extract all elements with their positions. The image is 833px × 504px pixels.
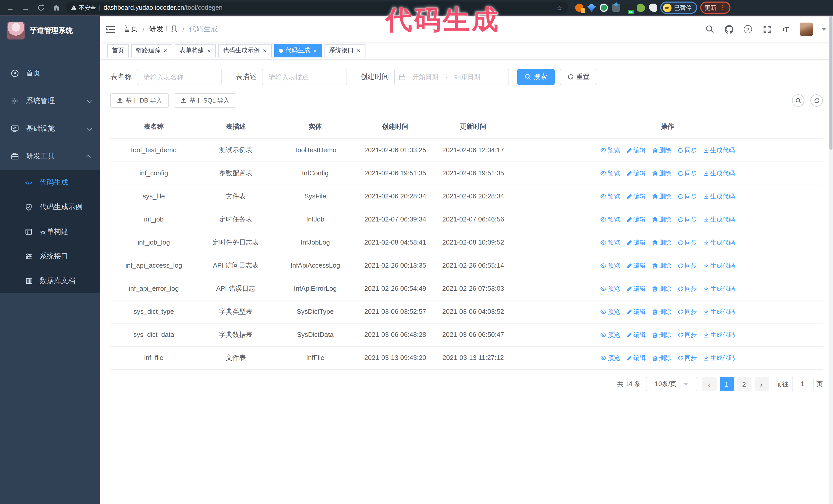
tab-close-icon[interactable]: ×: [207, 47, 211, 54]
sync-link[interactable]: 同步: [677, 237, 697, 248]
tab[interactable]: 表单构建 ×: [175, 44, 216, 57]
sync-link[interactable]: 同步: [677, 329, 697, 340]
breadcrumb-devtools[interactable]: 研发工具: [149, 25, 178, 34]
tab-close-icon[interactable]: ×: [313, 47, 317, 54]
extension-icon[interactable]: [600, 4, 608, 12]
scrollbar-thumb[interactable]: [829, 17, 832, 150]
page-button-2[interactable]: 2: [737, 377, 751, 391]
edit-link[interactable]: 编辑: [626, 191, 646, 202]
preview-link[interactable]: 预览: [600, 191, 620, 202]
tab[interactable]: 系统接口 ×: [325, 44, 365, 57]
delete-link[interactable]: 删除: [652, 306, 671, 317]
security-warning[interactable]: 不安全: [71, 4, 96, 11]
preview-link[interactable]: 预览: [600, 260, 620, 271]
generate-code-link[interactable]: 生成代码: [703, 214, 735, 225]
preview-link[interactable]: 预览: [600, 306, 620, 317]
sync-link[interactable]: 同步: [677, 260, 697, 271]
start-date-input[interactable]: [407, 73, 444, 80]
sync-link[interactable]: 同步: [677, 191, 697, 202]
fullscreen-icon[interactable]: [762, 24, 772, 34]
preview-link[interactable]: 预览: [600, 283, 620, 294]
edit-link[interactable]: 编辑: [626, 260, 646, 271]
edit-link[interactable]: 编辑: [626, 306, 646, 317]
prev-page-button[interactable]: ‹: [702, 377, 716, 391]
delete-link[interactable]: 删除: [652, 260, 671, 271]
edit-link[interactable]: 编辑: [626, 237, 646, 248]
generate-code-link[interactable]: 生成代码: [703, 145, 735, 156]
edit-link[interactable]: 编辑: [626, 283, 646, 294]
preview-link[interactable]: 预览: [600, 352, 620, 363]
search-button[interactable]: 搜索: [517, 69, 555, 85]
browser-update-button[interactable]: 更新 ⋮: [700, 2, 730, 14]
tab-close-icon[interactable]: ×: [163, 47, 168, 54]
tab-close-icon[interactable]: ×: [356, 47, 361, 54]
browser-profile-chip[interactable]: 已暂停: [660, 2, 697, 14]
extension-icon[interactable]: [575, 4, 584, 12]
generate-code-link[interactable]: 生成代码: [703, 329, 735, 340]
tab-close-icon[interactable]: ×: [262, 47, 267, 54]
sidebar-logo[interactable]: 芋道管理系统: [0, 17, 100, 45]
table-name-input[interactable]: [137, 69, 222, 85]
page-scrollbar[interactable]: [829, 17, 833, 504]
user-menu-caret-icon[interactable]: [822, 28, 826, 30]
delete-link[interactable]: 删除: [652, 329, 671, 340]
edit-link[interactable]: 编辑: [626, 329, 646, 340]
refresh-table-button[interactable]: [810, 94, 823, 106]
generate-code-link[interactable]: 生成代码: [703, 306, 735, 317]
browser-home-button[interactable]: [50, 2, 63, 14]
delete-link[interactable]: 删除: [652, 352, 671, 363]
preview-link[interactable]: 预览: [600, 329, 620, 340]
github-icon[interactable]: [724, 24, 734, 34]
extension-icon[interactable]: [637, 4, 645, 12]
page-button-1[interactable]: 1: [719, 377, 734, 391]
preview-link[interactable]: 预览: [600, 168, 620, 179]
font-size-icon[interactable]: tT: [781, 24, 791, 34]
next-page-button[interactable]: ›: [754, 377, 769, 391]
tab[interactable]: 代码生成示例 ×: [218, 44, 272, 57]
breadcrumb-home[interactable]: 首页: [123, 25, 138, 34]
sidebar-item-codegen[interactable]: </> 代码生成: [0, 170, 100, 195]
generate-code-link[interactable]: 生成代码: [703, 168, 735, 179]
hamburger-icon[interactable]: [105, 24, 116, 35]
tab[interactable]: 代码生成 ×: [274, 44, 322, 57]
browser-reload-button[interactable]: [35, 2, 47, 14]
generate-code-link[interactable]: 生成代码: [703, 260, 735, 271]
search-icon[interactable]: [705, 24, 715, 34]
browser-back-button[interactable]: ←: [4, 2, 17, 14]
sidebar-item-system-api[interactable]: 系统接口: [0, 244, 100, 269]
user-avatar[interactable]: [800, 23, 813, 36]
delete-link[interactable]: 删除: [652, 145, 671, 156]
sidebar-item-form-builder[interactable]: 表单构建: [0, 219, 100, 244]
delete-link[interactable]: 删除: [652, 283, 671, 294]
sidebar-item-home[interactable]: 首页: [0, 59, 100, 87]
preview-link[interactable]: 预览: [600, 214, 620, 225]
bookmark-star-icon[interactable]: ☆: [557, 4, 563, 11]
delete-link[interactable]: 删除: [652, 214, 671, 225]
sync-link[interactable]: 同步: [677, 283, 697, 294]
generate-code-link[interactable]: 生成代码: [703, 191, 735, 202]
preview-link[interactable]: 预览: [600, 145, 620, 156]
tab[interactable]: 首页 ×: [107, 44, 129, 57]
extension-icon[interactable]: [612, 4, 620, 12]
show-search-button[interactable]: [792, 94, 804, 106]
import-sql-button[interactable]: 基于 SQL 导入: [174, 93, 236, 108]
delete-link[interactable]: 删除: [652, 191, 671, 202]
generate-code-link[interactable]: 生成代码: [703, 352, 735, 363]
reset-button[interactable]: 重置: [560, 69, 597, 85]
preview-link[interactable]: 预览: [600, 237, 620, 248]
edit-link[interactable]: 编辑: [626, 168, 646, 179]
sidebar-item-system[interactable]: 系统管理: [0, 87, 100, 115]
date-range-picker[interactable]: -: [394, 69, 509, 85]
sidebar-item-db-doc[interactable]: 数据库文档: [0, 269, 100, 293]
import-db-button[interactable]: 基于 DB 导入: [110, 93, 169, 108]
page-size-select[interactable]: 10条/页: [646, 377, 697, 391]
edit-link[interactable]: 编辑: [626, 145, 646, 156]
extension-icon[interactable]: [588, 4, 596, 12]
sidebar-item-devtools[interactable]: 研发工具: [0, 143, 100, 170]
edit-link[interactable]: 编辑: [626, 352, 646, 363]
sync-link[interactable]: 同步: [677, 168, 697, 179]
extension-icon[interactable]: [649, 4, 657, 12]
table-desc-input[interactable]: [262, 69, 347, 85]
end-date-input[interactable]: [450, 73, 485, 80]
sync-link[interactable]: 同步: [677, 145, 697, 156]
